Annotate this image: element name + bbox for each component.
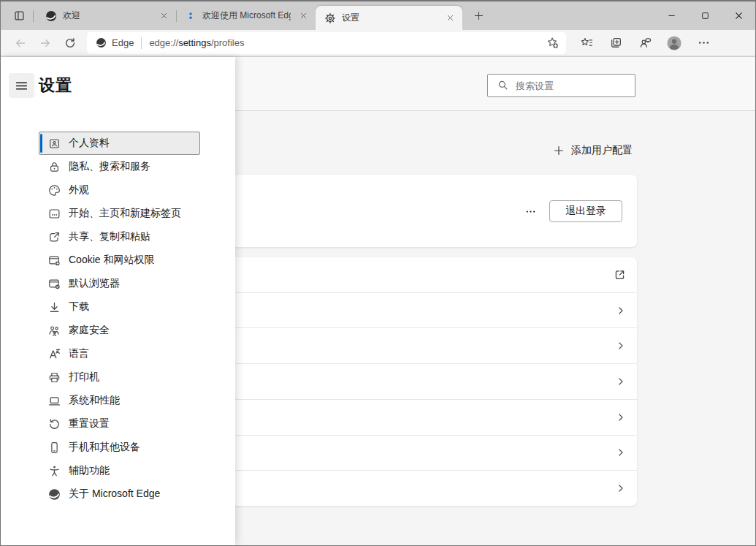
tab-title: 欢迎 xyxy=(63,10,151,22)
sidebar-item[interactable]: 语言 xyxy=(39,343,199,365)
sidebar-item[interactable]: 隐私、搜索和服务 xyxy=(39,156,199,178)
tab-close-button[interactable] xyxy=(157,10,170,23)
browser-tab[interactable]: 欢迎 xyxy=(37,1,176,30)
sidebar-item[interactable]: 家庭安全 xyxy=(39,319,199,341)
back-button[interactable] xyxy=(8,32,33,54)
tab-close-button[interactable] xyxy=(443,12,457,25)
browser-window: 欢迎 欢迎使用 Microsoft Edg 设置 Edge xyxy=(0,0,756,546)
url-text: edge://settings/profiles xyxy=(149,37,244,48)
refresh-icon xyxy=(64,37,76,49)
site-chip-label: Edge xyxy=(112,37,134,48)
sidebar-item-label: 外观 xyxy=(69,183,89,197)
lock-icon xyxy=(48,161,61,173)
forward-icon xyxy=(39,37,51,49)
sidebar-item[interactable]: 重置设置 xyxy=(39,413,199,435)
add-favorite-button[interactable] xyxy=(543,34,562,53)
favorites-button[interactable] xyxy=(572,32,601,54)
more-icon xyxy=(525,206,536,217)
minimize-icon xyxy=(668,12,676,20)
back-icon xyxy=(15,37,26,49)
refresh-button[interactable] xyxy=(58,32,83,54)
sidebar-item[interactable]: 下载 xyxy=(39,296,199,318)
minimize-button[interactable] xyxy=(654,1,688,30)
add-profile-button[interactable]: 添加用户配置 xyxy=(551,141,635,160)
blue-dots-icon xyxy=(185,10,196,22)
chevron-right-icon xyxy=(616,341,626,351)
sidebar-item-label: 家庭安全 xyxy=(69,324,110,337)
palette-icon xyxy=(48,184,61,197)
close-icon xyxy=(735,12,743,20)
family-icon xyxy=(48,325,61,337)
chevron-right-icon xyxy=(616,306,626,316)
favorites-icon xyxy=(581,37,593,49)
sidebar-item-label: 语言 xyxy=(69,347,89,360)
home-tabs-icon xyxy=(48,208,61,220)
forward-button[interactable] xyxy=(33,32,58,54)
sidebar-item-label: 打印机 xyxy=(69,371,99,384)
settings-drawer: 设置 个人资料 隐私、搜索和服务 外观 开始、主页和新建标签页 共享、复 xyxy=(1,57,235,545)
tabstrip-divider xyxy=(33,10,34,22)
default-browser-icon xyxy=(48,278,61,290)
more-icon xyxy=(698,37,710,49)
sidebar-item[interactable]: Cookie 和网站权限 xyxy=(39,249,199,271)
contact-card-icon xyxy=(48,137,61,150)
reset-icon xyxy=(48,418,61,431)
maximize-icon xyxy=(701,12,709,20)
sidebar-item[interactable]: 开始、主页和新建标签页 xyxy=(39,202,199,224)
collections-button[interactable] xyxy=(601,32,630,54)
browser-tab[interactable]: 设置 xyxy=(316,6,462,30)
edge-logo-icon xyxy=(45,10,57,22)
chip-separator xyxy=(141,37,142,49)
edge-logo-icon xyxy=(96,37,107,48)
sidebar-item[interactable]: 系统和性能 xyxy=(39,390,199,412)
tab-actions-menu-button[interactable] xyxy=(8,6,30,26)
sidebar-item[interactable]: 默认浏览器 xyxy=(39,273,199,295)
workspaces-icon xyxy=(14,10,25,21)
gear-icon xyxy=(324,12,336,24)
maximize-button[interactable] xyxy=(688,1,722,30)
collections-icon xyxy=(610,37,622,49)
phone-icon xyxy=(48,441,61,454)
sign-out-button[interactable]: 退出登录 xyxy=(549,200,622,222)
close-window-button[interactable] xyxy=(722,1,755,30)
toolbar-buttons xyxy=(572,32,718,54)
page-title: 设置 xyxy=(39,75,72,96)
plus-icon xyxy=(554,145,564,156)
sidebar-item[interactable]: 共享、复制和粘贴 xyxy=(39,226,199,248)
settings-search xyxy=(487,74,635,97)
sidebar-item[interactable]: 关于 Microsoft Edge xyxy=(39,483,199,505)
browser-essentials-icon xyxy=(639,37,652,49)
settings-page: 添加用户配置 退出登录 xyxy=(1,57,755,545)
sidebar-item[interactable]: 手机和其他设备 xyxy=(39,436,199,458)
edge-logo-icon xyxy=(48,488,61,501)
share-icon xyxy=(48,231,61,243)
sidebar-item-label: 隐私、搜索和服务 xyxy=(69,160,150,173)
sidebar-item-label: 手机和其他设备 xyxy=(69,441,140,454)
settings-nav: 个人资料 隐私、搜索和服务 外观 开始、主页和新建标签页 共享、复制和粘贴 Co… xyxy=(39,132,199,507)
add-profile-label: 添加用户配置 xyxy=(571,144,633,157)
menu-toggle-button[interactable] xyxy=(9,73,34,98)
language-icon xyxy=(48,348,61,360)
star-add-icon xyxy=(546,37,559,49)
new-tab-button[interactable] xyxy=(468,6,489,26)
sidebar-item-label: 辅助功能 xyxy=(69,464,110,477)
chevron-right-icon xyxy=(616,447,626,458)
hamburger-icon xyxy=(15,80,28,92)
sidebar-item[interactable]: 个人资料 xyxy=(39,132,199,154)
sidebar-item-label: 共享、复制和粘贴 xyxy=(69,230,150,243)
download-icon xyxy=(48,301,61,314)
sidebar-item-label: 重置设置 xyxy=(69,417,110,431)
address-bar[interactable]: Edge edge://settings/profiles xyxy=(87,32,566,54)
sidebar-item[interactable]: 辅助功能 xyxy=(39,460,199,482)
tab-close-button[interactable] xyxy=(297,10,310,23)
profile-button[interactable] xyxy=(660,32,689,54)
search-input[interactable] xyxy=(487,74,635,97)
settings-menu-button[interactable] xyxy=(689,32,718,54)
sidebar-item[interactable]: 外观 xyxy=(39,179,199,201)
sidebar-item[interactable]: 打印机 xyxy=(39,366,199,388)
browser-essentials-button[interactable] xyxy=(630,32,660,54)
browser-tab[interactable]: 欢迎使用 Microsoft Edg xyxy=(176,1,316,30)
sidebar-item-label: Cookie 和网站权限 xyxy=(69,254,154,267)
profile-more-button[interactable] xyxy=(518,201,543,221)
tab-title: 欢迎使用 Microsoft Edg xyxy=(202,10,291,22)
